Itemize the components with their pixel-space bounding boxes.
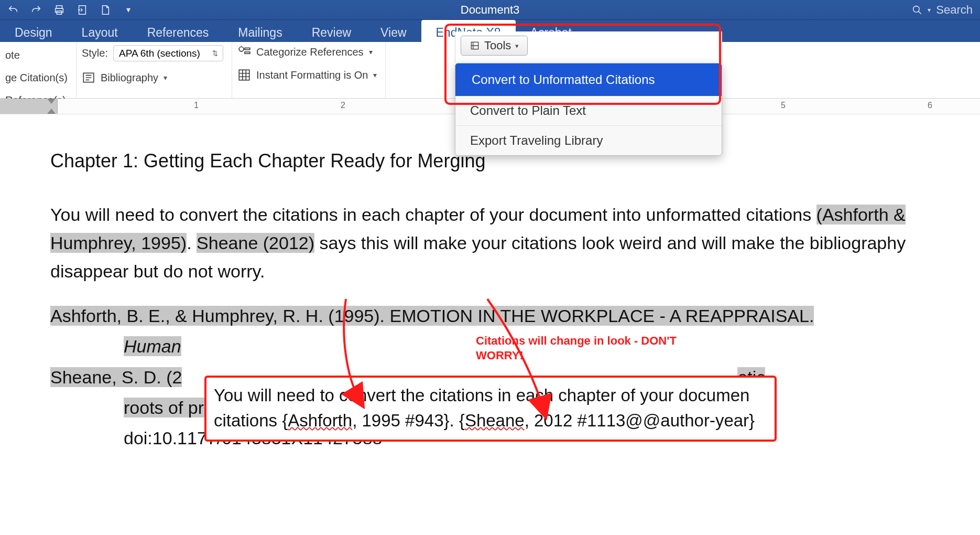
search-box[interactable]: ▾ Search	[912, 3, 973, 17]
search-icon	[912, 5, 922, 15]
style-label: Style:	[82, 47, 108, 59]
ruler-tick-1: 1	[194, 101, 199, 110]
svg-rect-9	[239, 70, 249, 80]
unfmt-line1: You will need to convert the citations i…	[214, 383, 767, 408]
quick-access-toolbar: ▾	[0, 4, 134, 16]
tab-layout[interactable]: Layout	[67, 20, 133, 42]
ruler-indent-marker-bottom[interactable]	[47, 109, 56, 114]
chevron-down-icon: ▾	[164, 73, 167, 82]
grid-icon	[237, 68, 251, 82]
ribbon-group-style: Style: APA 6th (sections) ⇅ Bibliography…	[77, 42, 232, 98]
page-icon[interactable]	[77, 4, 88, 16]
menu-convert-plain-text[interactable]: Convert to Plain Text	[455, 96, 722, 126]
unfmt-line2: citations {Ashforth, 1995 #943}. {Sheane…	[214, 408, 767, 433]
gear-list-icon	[237, 45, 251, 59]
chevron-down-icon: ▾	[369, 48, 373, 56]
ruler-tick-6: 6	[928, 101, 932, 110]
style-dropdown[interactable]: APA 6th (sections)	[113, 45, 223, 61]
tab-design[interactable]: Design	[0, 20, 67, 42]
annotation-unformatted-box: You will need to convert the citations i…	[204, 376, 777, 442]
qat-overflow-icon[interactable]: ▾	[123, 4, 134, 16]
tab-view[interactable]: View	[366, 20, 421, 42]
unfmt-sheane: Sheane	[465, 411, 525, 430]
svg-point-6	[239, 47, 244, 51]
bib-entry-1: Ashforth, B. E., & Humphrey, R. H. (1995…	[50, 302, 930, 330]
svg-rect-0	[57, 5, 62, 8]
print-icon[interactable]	[53, 4, 65, 16]
svg-rect-8	[245, 52, 250, 54]
tab-review[interactable]: Review	[297, 20, 366, 42]
body-paragraph: You will need to convert the citations i…	[50, 200, 930, 286]
chevron-down-icon: ▾	[515, 42, 519, 50]
tools-button[interactable]: Tools ▾	[461, 36, 528, 56]
tab-mailings[interactable]: Mailings	[223, 20, 297, 42]
new-doc-icon[interactable]	[100, 4, 111, 16]
bibliography-button[interactable]: Bibliography ▾	[82, 71, 223, 84]
menu-export-traveling-library[interactable]: Export Traveling Library	[455, 126, 722, 155]
undo-icon[interactable]	[7, 4, 19, 16]
annotation-red-text: Citations will change in look - DON'T WO…	[476, 334, 677, 362]
redo-icon[interactable]	[30, 4, 42, 16]
document-title: Document3	[461, 3, 520, 17]
tab-references[interactable]: References	[133, 20, 224, 42]
chevron-down-icon: ▾	[373, 71, 377, 79]
tools-dropdown-wrap: Tools ▾ Convert to Unformatted Citations…	[455, 31, 722, 156]
categorize-references-button[interactable]: Categorize References ▾	[237, 45, 377, 59]
citation-sheane[interactable]: Sheane (2012)	[197, 233, 314, 253]
instant-formatting-button[interactable]: Instant Formatting is On ▾	[237, 68, 377, 82]
ruler-tick-5: 5	[781, 101, 786, 110]
ribbon-fragment-ote[interactable]: ote	[5, 49, 68, 61]
tools-icon	[470, 40, 480, 51]
menu-convert-unformatted[interactable]: Convert to Unformatted Citations	[455, 63, 722, 96]
svg-rect-7	[245, 48, 250, 49]
unfmt-ashforth: Ashforth	[288, 411, 352, 430]
ruler-tick-2: 2	[341, 101, 345, 110]
ribbon-fragment-citations[interactable]: ge Citation(s)	[5, 72, 68, 84]
tools-menu: Convert to Unformatted Citations Convert…	[455, 63, 722, 156]
ruler-indent-marker-top[interactable]	[47, 99, 56, 104]
search-placeholder: Search	[936, 3, 973, 17]
ribbon-group-categorize: Categorize References ▾ Instant Formatti…	[232, 42, 386, 98]
bibliography-icon	[82, 71, 95, 84]
title-bar: ▾ Document3 ▾ Search	[0, 0, 980, 20]
ribbon-group-citations: ote ge Citation(s) Reference(s)	[0, 42, 77, 98]
svg-point-4	[913, 6, 920, 12]
